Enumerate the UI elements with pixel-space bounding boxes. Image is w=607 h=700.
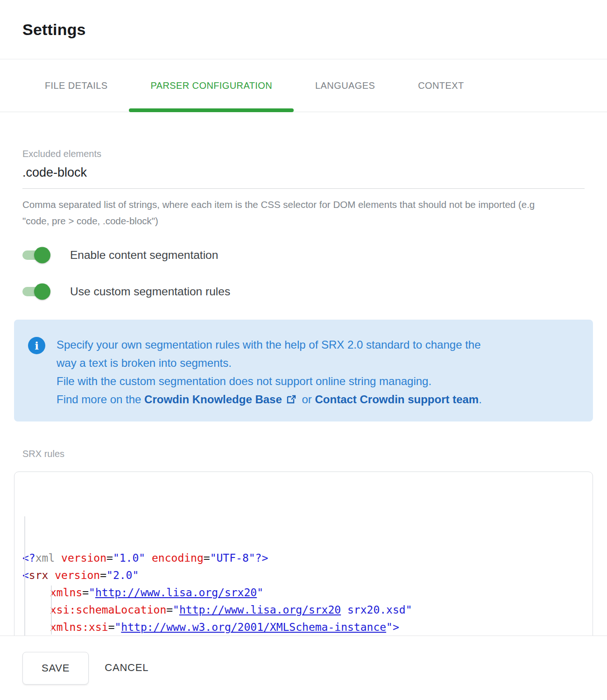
tab-context[interactable]: CONTEXT [396,59,485,112]
code-token: xmlns [50,586,82,599]
info-find-more-suffix: . [479,393,482,406]
code-token [55,552,61,564]
code-token: " [257,586,263,599]
save-button[interactable]: SAVE [22,652,89,685]
switch-thumb [34,284,50,300]
toggle-switch[interactable] [22,287,47,296]
tab-languages[interactable]: LANGUAGES [294,59,396,112]
active-tab-indicator [129,108,294,112]
tab-parser-configuration[interactable]: PARSER CONFIGURATION [129,59,294,112]
code-token: xml [35,552,55,564]
toggle-row-enable-content-segmentation[interactable]: Enable content segmentation [22,245,585,265]
info-banner: i Specify your own segmentation rules wi… [14,320,593,421]
code-token: " [173,604,179,616]
external-link-icon [286,394,296,405]
code-line: xmlns:xsi="http://www.w3.org/2001/XMLSch… [22,619,583,636]
info-find-more-prefix: Find more on the [56,393,144,406]
tab-label: PARSER CONFIGURATION [150,80,272,91]
indent-guide [24,516,25,636]
excluded-elements-input[interactable]: .code-block [22,165,585,180]
code-token: srx20.xsd" [341,604,412,616]
cancel-button[interactable]: CANCEL [105,652,148,684]
code-token: http://www.lisa.org/srx20 [95,586,257,599]
segmentation-toggles: Enable content segmentationUse custom se… [22,245,585,302]
knowledge-base-link[interactable]: Crowdin Knowledge Base [144,393,282,406]
code-token: = [82,586,89,599]
code-token: = [108,621,115,633]
tab-file-details[interactable]: FILE DETAILS [23,59,129,112]
code-token: " [89,586,95,599]
toggle-row-use-custom-segmentation-rules[interactable]: Use custom segmentation rules [22,281,585,302]
tab-label: LANGUAGES [315,80,375,91]
code-token: version [61,552,106,564]
info-find-more-line: Find more on the Crowdin Knowledge Base … [56,390,482,408]
switch-thumb [34,247,50,264]
code-line: xsi:schemaLocation="http://www.lisa.org/… [22,601,583,619]
code-token [145,552,152,564]
code-token: > [393,621,399,633]
code-token: = [204,552,210,564]
info-line: File with the custom segmentation does n… [56,372,482,390]
code-token: < [22,569,29,581]
indent-guide [51,586,52,635]
excluded-elements-label: Excluded elements [22,149,585,159]
info-line: way a text is broken into segments. [56,354,482,372]
tab-label: CONTEXT [418,80,464,91]
code-token: ?> [255,552,268,564]
code-token: http://www.w3.org/2001/XMLSchema-instanc… [121,621,386,633]
toggle-switch[interactable] [22,250,47,260]
code-token: srx [29,569,49,581]
tab-label: FILE DETAILS [45,80,107,91]
code-line: <srx version="2.0" [22,567,583,584]
info-find-more-middle: or [299,393,315,406]
input-underline [22,180,585,189]
toggle-label: Use custom segmentation rules [70,285,230,298]
code-token: http://www.lisa.org/srx20 [179,604,341,616]
code-token: "1.0" [113,552,145,564]
contact-support-link[interactable]: Contact Crowdin support team [315,393,479,406]
code-token: " [386,621,393,633]
code-line: <?xml version="1.0" encoding="UTF-8"?> [22,550,583,567]
info-banner-text: Specify your own segmentation rules with… [56,336,482,408]
srx-rules-editor[interactable]: <?xml version="1.0" encoding="UTF-8"?><s… [14,471,593,636]
code-token: encoding [152,552,204,564]
info-icon: i [28,337,45,354]
code-token: xmlns:xsi [50,621,108,633]
toggle-label: Enable content segmentation [70,249,218,262]
srx-rules-label: SRX rules [22,449,585,459]
dialog-footer: SAVE CANCEL [0,636,607,700]
info-line: Specify your own segmentation rules with… [56,336,482,354]
code-token [48,569,55,581]
code-token: " [114,621,121,633]
code-token: "UTF-8" [210,552,255,564]
page-title: Settings [22,21,86,39]
code-token: = [100,569,106,581]
code-token: = [106,552,113,564]
excluded-elements-field: Excluded elements .code-block [22,149,585,189]
excluded-elements-help: Comma separated list of strings, where e… [22,196,564,229]
code-token: = [166,604,173,616]
code-line: xmlns="http://www.lisa.org/srx20" [22,584,583,601]
dialog-header: Settings [0,0,607,59]
code-token: "2.0" [106,569,139,581]
code-token: xsi:schemaLocation [50,604,166,616]
code-token: version [55,569,100,581]
settings-content: Excluded elements .code-block Comma sepa… [0,112,607,636]
tab-bar: FILE DETAILSPARSER CONFIGURATIONLANGUAGE… [0,59,607,112]
